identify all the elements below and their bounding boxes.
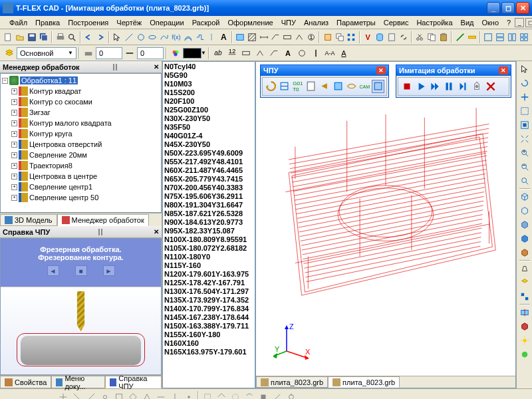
tree-item[interactable]: +Контур квадрат	[2, 86, 160, 96]
expand-icon[interactable]: +	[11, 142, 17, 148]
menu-cnc[interactable]: ЧПУ	[277, 17, 300, 28]
color-swatch[interactable]	[183, 48, 201, 59]
gcode-line[interactable]: N90X-184.613Y20.9773	[164, 218, 253, 227]
image-button[interactable]	[235, 31, 246, 44]
tree-item[interactable]: +Центровка отверстий	[2, 139, 160, 150]
cnc-btn-5[interactable]	[318, 80, 331, 93]
wnd2-tool[interactable]	[495, 31, 506, 44]
st-12[interactable]	[215, 390, 228, 400]
gcode-line[interactable]: N135X-173.929Y-174.352	[164, 296, 253, 305]
expand-icon[interactable]: +	[11, 184, 17, 190]
rt-zoomin[interactable]: +	[518, 146, 531, 160]
gcode-line[interactable]: N130X-176.504Y-171.297	[164, 287, 253, 296]
spin1[interactable]: 0	[96, 47, 122, 59]
st-15[interactable]	[257, 390, 270, 400]
tab-properties[interactable]: Свойства	[0, 376, 51, 388]
gcode-line[interactable]: N70X-200.456Y40.3383	[164, 184, 253, 192]
machining-tree[interactable]: − Обработка1 : 11 +Контур квадрат+Контур…	[0, 73, 162, 213]
st-17[interactable]	[285, 390, 298, 400]
tab-cnchelp[interactable]: Справка ЧПУ	[105, 376, 162, 388]
dim-button[interactable]	[258, 31, 269, 44]
circle-button[interactable]	[135, 31, 146, 44]
cnc-toolbar-close[interactable]: ✕	[376, 66, 386, 74]
tree-item[interactable]: +Контур малого квадрата	[2, 118, 160, 128]
rgb-button[interactable]	[169, 47, 182, 60]
new-button[interactable]	[3, 31, 14, 44]
cnc-btn-7[interactable]	[345, 80, 358, 93]
tree-item[interactable]: +Зигзаг	[2, 107, 160, 118]
text2-style[interactable]: A	[281, 47, 295, 60]
minimize-button[interactable]: _	[487, 2, 500, 14]
gcode-line[interactable]: N30X-230Y50	[164, 114, 253, 123]
gcode-line[interactable]: N160X160	[164, 339, 253, 348]
gcode-line[interactable]: N65X-205.779Y43.7415	[164, 175, 253, 184]
tree-item[interactable]: +Центровка в центре	[2, 171, 160, 182]
rt-zoomout[interactable]: −	[518, 160, 531, 174]
rough-button[interactable]	[294, 31, 305, 44]
ord2-style[interactable]	[295, 47, 309, 60]
st-13[interactable]	[229, 390, 242, 400]
gcode-line[interactable]: N165X163.975Y-179.601	[164, 348, 253, 356]
gcode-line[interactable]: N115Y-160	[164, 261, 253, 270]
st-6[interactable]	[126, 390, 140, 400]
manager-close[interactable]: ✕	[154, 63, 159, 70]
gcode-line[interactable]: N125X-178.42Y-167.791	[164, 279, 253, 287]
cnc-btn-1[interactable]	[265, 80, 277, 93]
rt-select[interactable]	[518, 63, 531, 76]
st-1[interactable]	[57, 390, 70, 400]
spline-button[interactable]	[159, 31, 170, 44]
gcode-line[interactable]: N150X-163.388Y-179.711	[164, 322, 253, 331]
mdi-minimize[interactable]: _	[515, 18, 524, 27]
expand-icon[interactable]: +	[11, 88, 17, 94]
tree-item[interactable]: +Сверление 20мм	[2, 150, 160, 160]
menu-analysis[interactable]: Анализ	[300, 17, 332, 28]
tol-button[interactable]	[282, 31, 293, 44]
link-button[interactable]	[398, 31, 409, 44]
help-next[interactable]: ►	[103, 265, 115, 276]
cut-tool[interactable]	[414, 31, 426, 44]
gcode-line[interactable]: N35F50	[164, 123, 253, 132]
menu-formatting[interactable]: Оформление	[223, 17, 277, 28]
expand-icon[interactable]: +	[11, 195, 17, 201]
expand-icon[interactable]: +	[11, 131, 17, 137]
gcode-line[interactable]: N25G00Z100	[164, 106, 253, 114]
menu-edit[interactable]: Правка	[31, 17, 64, 28]
file-tab-2[interactable]: плита_8023.grb	[328, 376, 400, 388]
cursor-button[interactable]	[112, 31, 123, 44]
spin2[interactable]: 0	[137, 47, 164, 59]
path-button[interactable]	[194, 31, 205, 44]
rt-render[interactable]	[518, 232, 531, 245]
print2-button[interactable]	[82, 47, 95, 60]
menu-constructions[interactable]: Построения	[64, 17, 112, 28]
rt-fit[interactable]	[518, 118, 531, 132]
gcode-line[interactable]: N95X-182.33Y15.087	[164, 227, 253, 235]
leader-style[interactable]	[267, 47, 281, 60]
tab-manager[interactable]: Менеджер обработок	[57, 214, 149, 226]
rt-texture[interactable]	[518, 246, 531, 259]
menu-operations[interactable]: Операции	[146, 17, 188, 28]
db-button[interactable]	[374, 31, 386, 44]
hatch-button[interactable]	[246, 31, 257, 44]
menu-drawing[interactable]: Чертёж	[112, 17, 146, 28]
gcode-line[interactable]: N85X-187.621Y26.5328	[164, 209, 253, 218]
layer-combo[interactable]: Основной▼	[17, 47, 76, 59]
help-prev[interactable]: ◄	[47, 265, 59, 276]
sim-tool[interactable]	[470, 80, 483, 93]
layerbtn[interactable]	[3, 47, 16, 60]
ellipse-button[interactable]	[147, 31, 158, 44]
note-button[interactable]	[270, 31, 281, 44]
axis-button[interactable]	[206, 31, 217, 44]
open-button[interactable]	[15, 31, 26, 44]
menu-parameters[interactable]: Параметры	[332, 17, 380, 28]
cnc-btn-6[interactable]	[332, 80, 344, 93]
st-7[interactable]	[140, 390, 154, 400]
expand-icon[interactable]: +	[11, 120, 17, 126]
text-style[interactable]: ab	[211, 47, 225, 60]
mdi-restore[interactable]: ◻	[525, 18, 532, 27]
st-9[interactable]	[168, 390, 182, 400]
rt-mat[interactable]	[518, 348, 531, 361]
menu-window[interactable]: Окно	[477, 17, 503, 28]
cnc-toolbar[interactable]: ЧПУ✕ G01T0 CAM	[260, 65, 389, 98]
rt-expand[interactable]	[518, 132, 531, 146]
rt-light[interactable]	[518, 334, 531, 347]
